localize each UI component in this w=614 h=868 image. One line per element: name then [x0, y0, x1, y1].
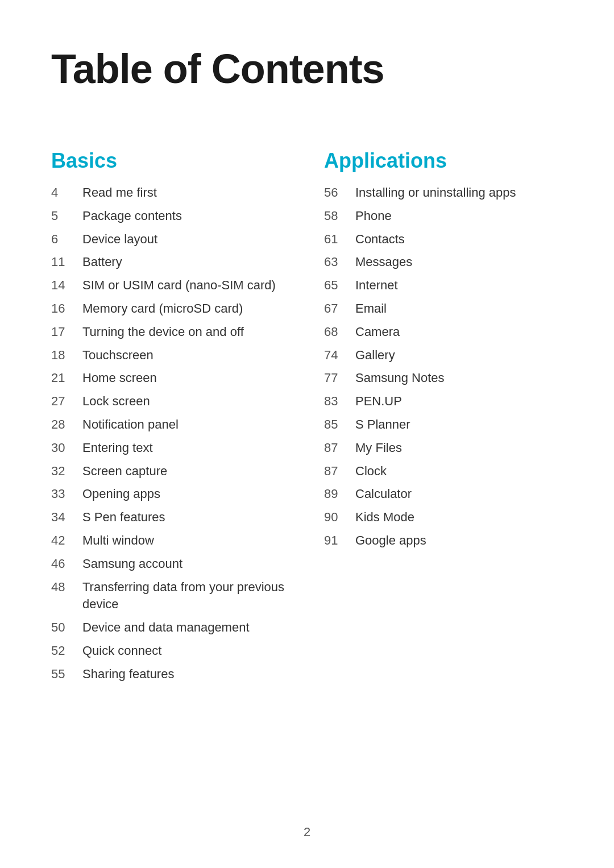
basics-list-item: 48 Transferring data from your previous …: [51, 579, 290, 614]
toc-label: Home screen: [82, 369, 157, 387]
toc-number: 32: [51, 463, 82, 480]
toc-number: 56: [324, 184, 355, 202]
toc-label: SIM or USIM card (nano-SIM card): [82, 277, 276, 294]
toc-label: Samsung account: [82, 555, 182, 573]
toc-number: 91: [324, 532, 355, 550]
basics-list-item: 46 Samsung account: [51, 555, 290, 573]
toc-number: 30: [51, 439, 82, 457]
toc-number: 27: [51, 393, 82, 410]
toc-number: 85: [324, 416, 355, 434]
basics-list-item: 33 Opening apps: [51, 485, 290, 503]
columns-wrapper: Basics 4 Read me first 5 Package content…: [51, 149, 563, 689]
toc-label: Gallery: [355, 347, 395, 364]
toc-label: Memory card (microSD card): [82, 300, 243, 318]
basics-list-item: 5 Package contents: [51, 207, 290, 225]
toc-number: 87: [324, 439, 355, 457]
toc-number: 42: [51, 532, 82, 550]
toc-number: 74: [324, 347, 355, 364]
toc-number: 6: [51, 231, 82, 248]
basics-list-item: 34 S Pen features: [51, 509, 290, 526]
toc-label: Device layout: [82, 231, 157, 248]
applications-list-item: 87 My Files: [324, 439, 563, 457]
basics-list-item: 52 Quick connect: [51, 642, 290, 660]
toc-number: 67: [324, 300, 355, 318]
toc-label: Samsung Notes: [355, 369, 445, 387]
basics-list-item: 27 Lock screen: [51, 393, 290, 410]
toc-label: Kids Mode: [355, 509, 414, 526]
toc-number: 46: [51, 555, 82, 573]
basics-list-item: 4 Read me first: [51, 184, 290, 202]
toc-label: PEN.UP: [355, 393, 402, 410]
applications-list-item: 87 Clock: [324, 463, 563, 480]
toc-number: 55: [51, 666, 82, 683]
basics-list-item: 50 Device and data management: [51, 619, 290, 637]
toc-label: Read me first: [82, 184, 157, 202]
basics-list-item: 42 Multi window: [51, 532, 290, 550]
basics-list-item: 11 Battery: [51, 254, 290, 271]
toc-number: 5: [51, 207, 82, 225]
applications-list-item: 67 Email: [324, 300, 563, 318]
basics-list-item: 28 Notification panel: [51, 416, 290, 434]
toc-label: Multi window: [82, 532, 154, 550]
toc-label: Touchscreen: [82, 347, 154, 364]
toc-label: Quick connect: [82, 642, 161, 660]
basics-list-item: 14 SIM or USIM card (nano-SIM card): [51, 277, 290, 294]
toc-number: 65: [324, 277, 355, 294]
basics-list-item: 18 Touchscreen: [51, 347, 290, 364]
toc-number: 14: [51, 277, 82, 294]
toc-label: Sharing features: [82, 666, 174, 683]
toc-number: 52: [51, 642, 82, 660]
toc-number: 21: [51, 369, 82, 387]
toc-label: Transferring data from your previous dev…: [82, 579, 290, 614]
applications-list-item: 85 S Planner: [324, 416, 563, 434]
toc-label: Camera: [355, 323, 400, 341]
toc-number: 18: [51, 347, 82, 364]
applications-list-item: 77 Samsung Notes: [324, 369, 563, 387]
toc-number: 16: [51, 300, 82, 318]
applications-list-item: 89 Calculator: [324, 485, 563, 503]
applications-heading: Applications: [324, 149, 563, 173]
toc-number: 34: [51, 509, 82, 526]
page-container: Table of Contents Basics 4 Read me first…: [0, 0, 614, 734]
applications-list-item: 83 PEN.UP: [324, 393, 563, 410]
toc-number: 83: [324, 393, 355, 410]
toc-label: S Planner: [355, 416, 410, 434]
basics-list-item: 21 Home screen: [51, 369, 290, 387]
basics-heading: Basics: [51, 149, 290, 173]
applications-list-item: 58 Phone: [324, 207, 563, 225]
basics-list-item: 30 Entering text: [51, 439, 290, 457]
applications-list-item: 68 Camera: [324, 323, 563, 341]
toc-label: Screen capture: [82, 463, 167, 480]
toc-label: Calculator: [355, 485, 412, 503]
basics-list-item: 17 Turning the device on and off: [51, 323, 290, 341]
toc-number: 87: [324, 463, 355, 480]
page-footer: 2: [0, 825, 614, 840]
toc-label: Email: [355, 300, 387, 318]
toc-number: 4: [51, 184, 82, 202]
toc-label: Battery: [82, 254, 122, 271]
basics-list-item: 6 Device layout: [51, 231, 290, 248]
toc-label: Opening apps: [82, 485, 160, 503]
toc-number: 28: [51, 416, 82, 434]
toc-number: 63: [324, 254, 355, 271]
basics-list-item: 16 Memory card (microSD card): [51, 300, 290, 318]
toc-number: 89: [324, 485, 355, 503]
toc-label: My Files: [355, 439, 402, 457]
toc-label: Package contents: [82, 207, 182, 225]
applications-list-item: 65 Internet: [324, 277, 563, 294]
toc-number: 68: [324, 323, 355, 341]
page-title: Table of Contents: [51, 45, 563, 92]
toc-label: Turning the device on and off: [82, 323, 244, 341]
toc-number: 11: [51, 254, 82, 271]
toc-label: Contacts: [355, 231, 405, 248]
basics-column: Basics 4 Read me first 5 Package content…: [51, 149, 290, 689]
basics-list-item: 55 Sharing features: [51, 666, 290, 683]
applications-list-item: 91 Google apps: [324, 532, 563, 550]
toc-number: 48: [51, 579, 82, 596]
toc-label: Device and data management: [82, 619, 250, 637]
toc-label: Internet: [355, 277, 398, 294]
applications-list: 56 Installing or uninstalling apps 58 Ph…: [324, 184, 563, 550]
toc-number: 50: [51, 619, 82, 637]
toc-label: Clock: [355, 463, 387, 480]
toc-label: Entering text: [82, 439, 153, 457]
